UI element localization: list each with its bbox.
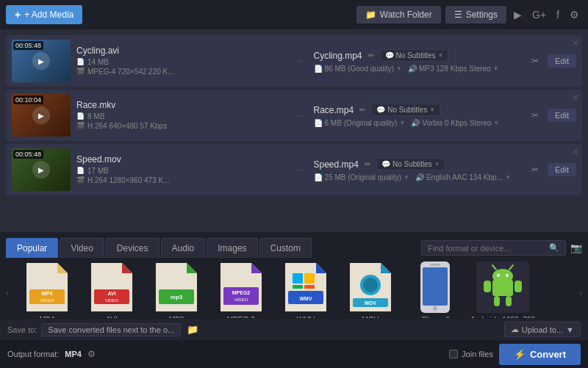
- svg-rect-39: [492, 280, 513, 296]
- svg-marker-11: [187, 263, 197, 273]
- avi-file-shape: AVI VIDEO: [91, 263, 132, 311]
- mp3-file-shape: mp3: [156, 263, 197, 311]
- subtitle-button[interactable]: 💬 No Subtitles ▼: [380, 49, 449, 62]
- audio-info: 🔊 MP3 128 Kbps Stereo ▼: [408, 65, 499, 73]
- output-meta: 📄 25 MB (Original quality) ▼ 🔊 English A…: [314, 173, 523, 181]
- arrow: →: [292, 55, 308, 67]
- play-icon[interactable]: ▶: [32, 107, 50, 124]
- file-icon: 📄: [76, 167, 85, 174]
- browse-folder-button[interactable]: 📁: [185, 324, 200, 335]
- tab-images[interactable]: Images: [207, 238, 257, 258]
- mp4-file-shape: MP4 VIDEO: [26, 263, 68, 311]
- file-icon: 📄: [76, 58, 85, 65]
- svg-point-35: [433, 306, 437, 311]
- format-item-avi[interactable]: AVI VIDEO AVI: [82, 261, 141, 324]
- format-item-iphone6[interactable]: iPhone 6: [406, 261, 465, 324]
- audio-chevron-icon[interactable]: ▼: [493, 120, 499, 126]
- remove-item-button[interactable]: ✕: [572, 147, 579, 157]
- trim-scissors-icon[interactable]: ✂: [528, 165, 542, 175]
- subtitle-icon: 💬: [385, 51, 394, 59]
- mpeg2-icon: MPEG2 VIDEO: [215, 261, 267, 313]
- convert-button[interactable]: ⚡ Convert: [499, 344, 581, 365]
- subtitle-button[interactable]: 💬 No Subtitles ▼: [371, 104, 440, 116]
- tab-video[interactable]: Video: [60, 238, 104, 258]
- chevron-down-icon: ▼: [437, 52, 443, 59]
- remove-item-button[interactable]: ✕: [572, 93, 579, 103]
- codec-icon: 🎬: [76, 68, 85, 75]
- watch-folder-button[interactable]: 📁 Watch Folder: [356, 6, 441, 24]
- join-files-label: Join files: [462, 350, 493, 358]
- subtitle-icon: 💬: [376, 106, 385, 114]
- play-icon[interactable]: ▶: [32, 161, 50, 178]
- wmv-icon: WMV: [280, 261, 331, 313]
- tab-custom[interactable]: Custom: [259, 238, 312, 258]
- source-codec: MPEG-4 720×542 220 K...: [87, 68, 174, 76]
- audio-icon: 🔊: [408, 65, 417, 73]
- size-chevron-icon[interactable]: ▼: [396, 65, 402, 72]
- media-info: Speed.mov 📄 17 MB 🎬 H.264 1280×960 473 K…: [76, 154, 286, 186]
- media-thumbnail[interactable]: 00:05:48 ▶: [12, 148, 71, 191]
- format-item-android[interactable]: Android - 1280×720: [470, 261, 535, 324]
- output-settings-gear-icon[interactable]: ⚙: [87, 349, 96, 359]
- edit-output-name-icon[interactable]: ✏: [368, 51, 374, 59]
- codec-icon: 🎬: [76, 176, 85, 184]
- svg-text:WMV: WMV: [299, 296, 312, 301]
- youtube-icon[interactable]: ▶: [511, 9, 525, 21]
- svg-point-40: [497, 274, 500, 277]
- mpeg2-file-shape: MPEG2 VIDEO: [220, 263, 262, 311]
- options-icon[interactable]: ⚙: [567, 9, 582, 21]
- scroll-right-arrow[interactable]: ›: [573, 261, 588, 325]
- edit-button[interactable]: Edit: [548, 163, 576, 176]
- media-info: Cycling.avi 📄 14 MB 🎬 MPEG-4 720×542 220…: [76, 46, 286, 77]
- format-item-wmv[interactable]: WMV WMV: [276, 261, 335, 324]
- join-files-checkbox[interactable]: [449, 350, 458, 358]
- tab-devices[interactable]: Devices: [106, 238, 159, 258]
- format-search-input[interactable]: [428, 244, 545, 253]
- edit-button[interactable]: Edit: [548, 109, 576, 122]
- svg-rect-22: [293, 273, 303, 284]
- avi-icon: AVI VIDEO: [86, 261, 137, 313]
- media-thumbnail[interactable]: 00:10:04 ▶: [12, 94, 71, 137]
- edit-output-name-icon[interactable]: ✏: [365, 160, 370, 168]
- svg-text:VIDEO: VIDEO: [234, 297, 248, 302]
- chevron-down-icon: ▼: [429, 107, 435, 113]
- subtitle-label: No Subtitles: [387, 106, 427, 114]
- format-panel: Popular Video Devices Audio Images Custo…: [0, 232, 588, 368]
- upload-button[interactable]: ☁ Upload to... ▼: [504, 322, 581, 337]
- tab-audio[interactable]: Audio: [161, 238, 206, 258]
- audio-chevron-icon[interactable]: ▼: [505, 174, 511, 181]
- android-icon: [476, 261, 529, 313]
- remove-item-button[interactable]: ✕: [572, 38, 579, 48]
- facebook-icon[interactable]: f: [553, 9, 562, 21]
- save-path-display: Save converted files next to the o...: [41, 323, 181, 336]
- size-chevron-icon[interactable]: ▼: [399, 120, 405, 126]
- edit-button[interactable]: Edit: [548, 54, 576, 68]
- add-media-button[interactable]: + + Add Media: [6, 5, 82, 24]
- search-icon[interactable]: 🔍: [549, 243, 559, 253]
- tab-popular[interactable]: Popular: [6, 238, 58, 258]
- media-thumbnail[interactable]: 00:05:48 ▶: [12, 40, 71, 82]
- watch-folder-icon: 📁: [365, 10, 376, 20]
- output-top: Speed.mp4 ✏ 💬 No Subtitles ▼: [314, 158, 523, 170]
- edit-output-name-icon[interactable]: ✏: [359, 106, 365, 114]
- trim-scissors-icon[interactable]: ✂: [528, 110, 542, 120]
- mp4-icon: MP4 VIDEO: [21, 261, 73, 313]
- trim-scissors-icon[interactable]: ✂: [528, 56, 542, 66]
- play-icon[interactable]: ▶: [32, 52, 50, 70]
- scroll-left-arrow[interactable]: ‹: [0, 261, 15, 325]
- svg-rect-36: [430, 264, 440, 266]
- format-item-mp4[interactable]: MP4 VIDEO MP4: [18, 261, 76, 324]
- google-plus-icon[interactable]: G+: [529, 9, 549, 21]
- format-item-mov[interactable]: MOV MOV: [341, 261, 400, 324]
- audio-chevron-icon[interactable]: ▼: [493, 65, 499, 72]
- android-device-shape: [476, 261, 529, 313]
- format-item-mpeg2[interactable]: MPEG2 VIDEO MPEG-2: [212, 261, 270, 324]
- size-chevron-icon[interactable]: ▼: [404, 174, 409, 181]
- format-item-mp3[interactable]: mp3 MP3: [147, 261, 206, 324]
- camera-icon[interactable]: 📷: [570, 242, 582, 253]
- codec-icon: 🎬: [76, 122, 85, 129]
- settings-button[interactable]: ☰ Settings: [445, 6, 506, 24]
- source-filename: Speed.mov: [76, 154, 286, 165]
- settings-icon: ☰: [454, 10, 462, 20]
- subtitle-button[interactable]: 💬 No Subtitles ▼: [376, 158, 445, 170]
